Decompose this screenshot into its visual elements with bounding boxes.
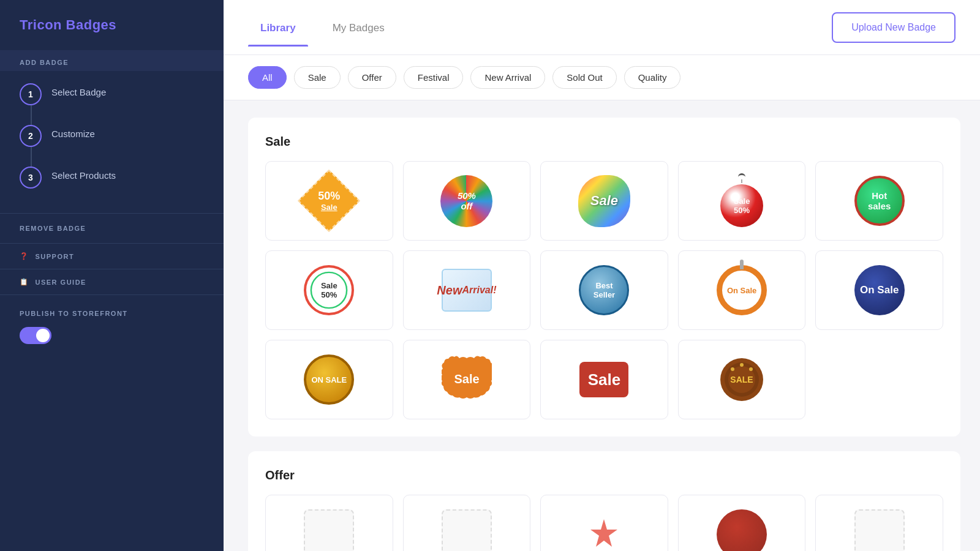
- sidebar: Tricon Badges ADD BADGE 1 Select Badge 2…: [0, 0, 224, 551]
- filter-bar: All Sale Offer Festival New Arrival Sold…: [224, 55, 980, 100]
- offer-placeholder-1: [304, 509, 354, 551]
- badge-card-sale-14[interactable]: SALE: [678, 340, 806, 419]
- step-circle-2: 2: [20, 125, 42, 147]
- offer-badge-4: [717, 509, 767, 551]
- main-content: Library My Badges Upload New Badge All S…: [224, 0, 980, 551]
- step-circle-1: 1: [20, 83, 42, 105]
- step-item-1[interactable]: 1 Select Badge: [20, 83, 204, 125]
- badge-card-sale-7[interactable]: NewArrival!: [403, 250, 531, 330]
- badge-img-sale-7: NewArrival!: [439, 263, 494, 318]
- badge-card-sale-6[interactable]: Sale50%: [265, 250, 393, 330]
- app-title: Tricon Badges: [0, 0, 224, 50]
- user-guide-link[interactable]: 📋 USER GUIDE: [0, 269, 224, 294]
- sale-section-title: Sale: [265, 135, 943, 149]
- step-list: 1 Select Badge 2 Customize 3 Select Prod…: [0, 71, 224, 213]
- publish-label: PUBLISH TO STOREFRONT: [20, 310, 204, 317]
- offer-svg-3: [586, 516, 622, 551]
- filter-quality[interactable]: Quality: [624, 66, 681, 89]
- badge-card-sale-11[interactable]: ON SALE: [265, 340, 393, 419]
- badge-card-sale-13[interactable]: Sale: [540, 340, 668, 419]
- badge-img-sale-1: 50% Sale: [301, 173, 356, 228]
- tab-library[interactable]: Library: [248, 17, 308, 38]
- badge-card-offer-2[interactable]: [403, 495, 531, 551]
- badge-card-sale-5[interactable]: Hotsales: [815, 161, 943, 241]
- svg-text:Sale: Sale: [454, 372, 479, 386]
- publish-toggle[interactable]: [20, 327, 51, 344]
- offer-section-title: Offer: [265, 468, 943, 482]
- badge-card-offer-1[interactable]: [265, 495, 393, 551]
- badge-card-sale-3[interactable]: Sale: [540, 161, 668, 241]
- filter-sold-out[interactable]: Sold Out: [552, 66, 616, 89]
- step-circle-3: 3: [20, 167, 42, 189]
- svg-text:SALE: SALE: [730, 375, 753, 384]
- offer-placeholder-2: [442, 509, 492, 551]
- tab-my-badges[interactable]: My Badges: [320, 17, 397, 38]
- offer-section: Offer: [248, 451, 960, 551]
- badge-img-sale-12: Sale: [439, 352, 494, 407]
- badge-img-sale-13: Sale: [576, 352, 631, 407]
- scallop-svg: Sale: [442, 354, 492, 405]
- badge-card-offer-5[interactable]: [815, 495, 943, 551]
- step-item-2[interactable]: 2 Customize: [20, 125, 204, 167]
- filter-offer[interactable]: Offer: [348, 66, 396, 89]
- badge-img-sale-8: BestSeller: [576, 263, 631, 318]
- badge-card-sale-1[interactable]: 50% Sale: [265, 161, 393, 241]
- badge-card-sale-9[interactable]: On Sale: [678, 250, 806, 330]
- svg-point-5: [731, 367, 734, 371]
- user-guide-label: USER GUIDE: [36, 279, 86, 286]
- support-label: SUPPORT: [36, 253, 75, 260]
- remove-badge-action[interactable]: REMOVE BADGE: [0, 214, 224, 243]
- sunburst-badge: 50%off: [440, 175, 492, 227]
- badge-img-sale-3: Sale: [576, 173, 631, 228]
- filter-all[interactable]: All: [248, 66, 287, 89]
- gear-svg: SALE: [717, 354, 767, 405]
- step-item-3[interactable]: 3 Select Products: [20, 167, 204, 201]
- offer-placeholder-5: [854, 509, 905, 551]
- topbar: Library My Badges Upload New Badge: [224, 0, 980, 55]
- badge-card-sale-4[interactable]: Sale50%: [678, 161, 806, 241]
- step-label-3: Select Products: [42, 167, 116, 181]
- badge-img-sale-14: SALE: [714, 352, 769, 407]
- badge-card-sale-8[interactable]: BestSeller: [540, 250, 668, 330]
- support-link[interactable]: ❓ SUPPORT: [0, 244, 224, 269]
- offer-placeholder-3: [576, 507, 631, 551]
- toggle-knob: [36, 329, 50, 342]
- sale-badge-grid: 50% Sale 50%off Sale: [265, 161, 943, 419]
- publish-section: PUBLISH TO STOREFRONT: [0, 295, 224, 359]
- badge-card-sale-2[interactable]: 50%off: [403, 161, 531, 241]
- ornament-badge: Sale50%: [717, 173, 767, 228]
- svg-point-6: [749, 367, 753, 371]
- add-badge-label: ADD BADGE: [20, 59, 204, 66]
- add-badge-section: ADD BADGE: [0, 50, 224, 71]
- badge-img-sale-11: ON SALE: [301, 352, 356, 407]
- filter-sale[interactable]: Sale: [294, 66, 341, 89]
- badge-img-sale-4: Sale50%: [714, 173, 769, 228]
- upload-new-badge-button[interactable]: Upload New Badge: [832, 12, 956, 43]
- offer-badge-grid: [265, 495, 943, 551]
- step-label-1: Select Badge: [42, 83, 106, 97]
- badge-card-offer-4[interactable]: [678, 495, 806, 551]
- badge-card-sale-10[interactable]: On Sale: [815, 250, 943, 330]
- badge-img-sale-6: Sale50%: [301, 263, 356, 318]
- blob-sale-badge: Sale: [578, 175, 630, 227]
- badge-card-offer-3[interactable]: [540, 495, 668, 551]
- step-label-2: Customize: [42, 125, 95, 139]
- book-icon: 📋: [20, 278, 29, 286]
- badge-img-sale-9: On Sale: [714, 263, 769, 318]
- content-area: Sale 50% Sale: [224, 100, 980, 551]
- sale-section: Sale 50% Sale: [248, 118, 960, 437]
- badge-img-sale-10: On Sale: [852, 263, 907, 318]
- badge-card-sale-12[interactable]: Sale: [403, 340, 531, 419]
- badge-img-sale-2: 50%off: [439, 173, 494, 228]
- svg-point-7: [740, 363, 744, 367]
- filter-new-arrival[interactable]: New Arrival: [470, 66, 545, 89]
- badge-img-sale-5: Hotsales: [852, 173, 907, 228]
- filter-festival[interactable]: Festival: [404, 66, 464, 89]
- question-icon: ❓: [20, 252, 29, 260]
